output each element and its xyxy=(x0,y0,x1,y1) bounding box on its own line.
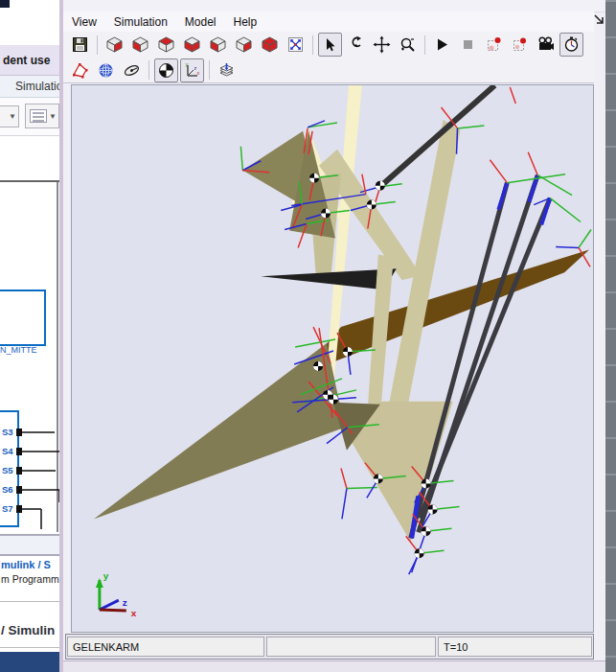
divider xyxy=(0,601,63,602)
menu-view[interactable]: View xyxy=(63,13,105,31)
frame-axis-g xyxy=(240,147,242,171)
select-tool-button[interactable] xyxy=(318,33,342,57)
pan-icon xyxy=(373,35,391,54)
save-icon xyxy=(71,35,89,54)
zoom-view-button[interactable] xyxy=(396,33,420,57)
ellipsoid-icon xyxy=(123,61,141,80)
student-use-label: dent use xyxy=(3,54,50,67)
simulink-block[interactable] xyxy=(0,290,46,346)
world-axis-z xyxy=(100,600,119,610)
svg-text:z: z xyxy=(194,64,197,70)
cube-icon xyxy=(235,35,253,54)
fit-icon xyxy=(286,35,305,54)
title-tab-strip: dent use xyxy=(0,45,63,76)
footer-heading-simulink: / Simulin xyxy=(1,623,55,637)
footer-text-programm: m Programm xyxy=(1,573,59,585)
globe-icon xyxy=(97,61,115,80)
com-icon xyxy=(157,61,175,80)
list-icon xyxy=(30,109,47,123)
triadicon-icon: yxz xyxy=(183,61,201,80)
redpoly-icon xyxy=(71,61,89,80)
status-sim-time: T=10 xyxy=(438,637,592,657)
neighbour-window-strip xyxy=(605,0,616,672)
fit-to-view-button[interactable] xyxy=(284,33,308,57)
resize-indicator-icon[interactable] xyxy=(593,13,605,25)
footer-link-simulink[interactable]: mulink / S xyxy=(1,559,51,570)
toolbar-separator xyxy=(97,35,98,55)
frame-axis-b xyxy=(457,128,458,154)
menu-simulation[interactable]: Simulation xyxy=(105,13,176,31)
record-button[interactable] xyxy=(508,33,532,57)
cube-icon xyxy=(261,35,279,54)
cube-icon xyxy=(157,35,175,54)
coordinate-frames-button[interactable]: yxz xyxy=(180,58,204,82)
signal-lines xyxy=(0,410,63,545)
ribbon-tab-label: Simulation xyxy=(15,80,63,93)
view-top-button[interactable] xyxy=(154,33,178,57)
status-model-name: GELENKARM xyxy=(67,637,264,657)
zoom-dropdown[interactable]: ▼ xyxy=(0,105,19,127)
cube-icon xyxy=(183,35,201,54)
status-middle-panel xyxy=(266,637,436,657)
block-label: N_MITTE xyxy=(0,345,37,355)
camera-icon xyxy=(536,35,555,54)
view-back-button[interactable] xyxy=(232,33,256,57)
3d-viewport[interactable]: yzx xyxy=(71,84,594,633)
screenshot-root: dent use Simulation ▼ ▼ N_MITTE S3S4S5S6… xyxy=(0,0,616,672)
arrow-icon xyxy=(321,35,339,54)
frame-axis-r xyxy=(510,87,515,104)
convex-hull-button[interactable] xyxy=(68,58,92,82)
frame-axis-b xyxy=(556,246,579,247)
cube-icon xyxy=(105,35,124,54)
world-axis-label-x: x xyxy=(131,608,137,618)
ribbon-tab-simulation[interactable]: Simulation xyxy=(0,76,63,98)
frame-axis-g xyxy=(537,175,572,196)
window-bottom-edge xyxy=(63,660,609,672)
world-axis-label-z: z xyxy=(123,597,127,608)
stop-button[interactable] xyxy=(456,33,480,57)
snapshot-icon xyxy=(485,35,503,54)
menu-model[interactable]: Model xyxy=(176,13,225,31)
ellipsoid-display-button[interactable] xyxy=(94,58,118,82)
menu-help[interactable]: Help xyxy=(225,13,266,31)
background-simulink-window: dent use Simulation ▼ ▼ N_MITTE S3S4S5S6… xyxy=(0,0,63,672)
world-axis-x xyxy=(100,610,126,611)
view-isometric-button[interactable] xyxy=(258,33,282,57)
divider xyxy=(0,554,63,556)
frame-axis-g xyxy=(458,126,485,128)
world-axis-arrowhead xyxy=(96,578,103,588)
layout-dropdown[interactable]: ▼ xyxy=(25,104,59,128)
save-button[interactable] xyxy=(68,33,92,57)
movie-camera-button[interactable] xyxy=(534,33,558,57)
frame-axis-r xyxy=(341,469,347,489)
cube-icon xyxy=(131,35,149,54)
frame-axis-r xyxy=(490,160,507,183)
pan-view-button[interactable] xyxy=(370,33,394,57)
equivalent-ellipsoid-button[interactable] xyxy=(120,58,144,82)
frame-axis-g xyxy=(550,198,581,222)
rotate-icon xyxy=(347,35,365,54)
play-button[interactable] xyxy=(430,33,454,57)
view-front-button[interactable] xyxy=(206,33,230,57)
cube-icon xyxy=(209,35,227,54)
status-bar: GELENKARM T=10 xyxy=(65,634,594,660)
layers-icon xyxy=(217,61,236,80)
chevron-down-icon: ▼ xyxy=(9,112,16,121)
rotate-view-button[interactable] xyxy=(344,33,368,57)
view-right-button[interactable] xyxy=(103,33,126,57)
stopwatch-icon xyxy=(562,35,581,54)
frame-axis-r xyxy=(528,152,537,175)
surfaces-button[interactable] xyxy=(215,58,239,82)
center-of-mass-button[interactable] xyxy=(154,58,178,82)
body-polygon xyxy=(94,343,345,519)
toolbar-display: yxz xyxy=(63,58,594,83)
window-icon xyxy=(0,0,10,8)
stopwatch-button[interactable] xyxy=(559,33,583,57)
link-rod xyxy=(420,198,550,519)
toolbar-separator xyxy=(312,35,313,55)
chevron-down-icon: ▼ xyxy=(49,112,57,121)
view-left-button[interactable] xyxy=(128,33,152,57)
svg-text:x: x xyxy=(197,69,200,75)
view-bottom-button[interactable] xyxy=(180,33,204,57)
snapshot-button[interactable] xyxy=(482,33,506,57)
